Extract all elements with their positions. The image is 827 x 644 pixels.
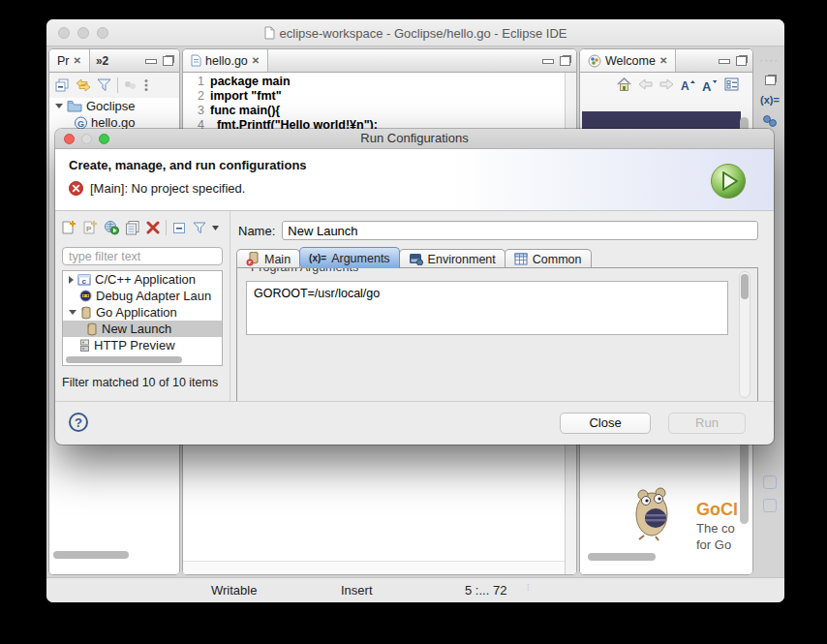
tab-hello-go[interactable]: hello.go ✕ [183,49,268,72]
close-button[interactable]: Close [560,413,651,434]
customize-page-icon[interactable] [724,77,739,91]
restore-view-icon[interactable] [755,76,784,84]
link-with-editor-icon[interactable] [76,78,91,92]
hidden-view-icon[interactable] [755,475,784,489]
tab-welcome-label: Welcome [605,54,656,68]
tab-environment[interactable]: Environment [399,249,505,268]
welcome-tabrow: Welcome ✕ [580,49,752,73]
decrease-font-icon[interactable]: A [702,78,718,91]
view-stack-overflow[interactable]: »2 [90,49,114,72]
variables-view-icon[interactable]: (x)= [755,94,784,106]
gopher-image [630,485,675,541]
breakpoints-view-icon[interactable] [755,115,784,127]
tree-item-debug-adapter[interactable]: Debug Adapter Laun [63,288,222,304]
status-cursor-position[interactable]: 5 :... 72 [465,583,506,598]
goclipse-desc-line2: for Go [696,537,731,552]
customize-view-icon[interactable] [124,79,138,91]
minimize-view-icon[interactable] [145,56,156,65]
filter-launch-icon[interactable] [193,222,206,234]
name-input[interactable] [282,221,758,240]
program-arguments-group-label: Program Arguments [251,268,358,275]
explorer-toolbar [49,73,179,98]
goclipse-heading[interactable]: GoCl [696,500,738,520]
new-prototype-icon[interactable]: P [82,220,98,235]
line-number: 2 [183,89,204,104]
minimize-view-icon[interactable] [719,56,729,65]
forward-icon[interactable] [659,78,674,90]
tab-label: Arguments [331,252,389,265]
run-button[interactable]: Run [668,413,746,434]
code-text: package main [210,75,291,89]
minimize-view-icon[interactable] [542,56,553,65]
go-launch-icon [80,306,92,320]
duplicate-configuration-icon[interactable] [125,220,140,235]
tab-common[interactable]: Common [505,249,592,268]
tab-label: Environment [428,253,496,266]
close-icon[interactable]: ✕ [74,55,81,66]
program-arguments-input[interactable]: GOROOT=/usr/local/go [246,281,728,335]
hidden-view-icon[interactable] [755,499,784,512]
toolbar-separator [166,220,167,235]
maximize-view-icon[interactable] [163,56,173,65]
content-vscrollbar-thumb[interactable] [741,274,749,299]
code-text: import "fmt" [210,89,282,104]
tree-item-project[interactable]: Goclipse [49,98,179,114]
tree-hscrollbar[interactable] [66,356,182,363]
common-tab-icon [514,253,528,265]
window-title-wrap: eclipse-workspace - Goclipse/hello.go - … [46,19,784,46]
content-vscrollbar[interactable] [739,271,750,398]
document-icon [264,26,275,40]
close-icon[interactable]: ✕ [252,55,260,66]
status-bar: Writable Insert 5 :... 72 ⁞ [46,577,784,602]
tab-hello-go-label: hello.go [205,54,248,68]
chevron-right-icon[interactable] [69,276,74,284]
tree-item-cpp-application[interactable]: c C/C++ Application [63,271,222,288]
delete-configuration-icon[interactable] [146,221,160,234]
new-configuration-icon[interactable] [61,220,77,235]
tree-item-http-preview[interactable]: HTTP Preview [63,337,222,353]
dropdown-arrow-icon[interactable] [212,226,219,230]
close-icon[interactable]: ✕ [659,55,667,66]
error-row: [Main]: No project specified. [69,181,245,196]
filter-input[interactable] [62,247,223,265]
debug-adapter-icon [79,290,92,302]
dialog-heading: Create, manage, and run configurations [69,158,307,172]
view-menu-icon[interactable] [143,78,149,92]
status-drag-handle: ⁞ [527,583,530,593]
tree-item-label: Debug Adapter Laun [96,289,211,303]
explorer-hscrollbar[interactable] [53,551,129,559]
filter-icon[interactable] [97,78,111,92]
home-icon[interactable] [617,77,631,91]
config-tabs: Main (x)= Arguments Environment Common [236,247,758,268]
tab-arguments[interactable]: (x)= Arguments [299,247,400,268]
export-configuration-icon[interactable] [104,220,119,235]
welcome-hscrollbar[interactable] [588,553,656,561]
tab-welcome[interactable]: Welcome ✕ [580,49,676,72]
tree-item-label: Go Application [96,305,177,320]
tab-project-explorer[interactable]: Pr ✕ [49,49,90,72]
arguments-tab-content: Program Arguments GOROOT=/usr/local/go R… [236,267,758,401]
collapse-all-icon[interactable] [55,78,70,93]
editor-hscrollbar[interactable] [183,561,565,574]
chevron-down-icon[interactable] [55,104,63,108]
help-icon[interactable]: ? [69,413,88,432]
go-launch-icon [86,322,98,336]
maximize-view-icon[interactable] [560,56,570,65]
increase-font-icon[interactable]: A [681,78,695,91]
svg-text:c: c [82,277,87,286]
tab-main[interactable]: Main [236,249,300,268]
goclipse-desc-line1: The co [696,521,735,536]
tree-item-go-application[interactable]: Go Application [63,304,222,321]
code-line: 1package main [183,75,576,89]
chevron-down-icon[interactable] [69,310,77,315]
welcome-icon [588,54,601,68]
editor-window-buttons [542,49,576,72]
c-application-icon: c [77,274,91,286]
window-titlebar: eclipse-workspace - Goclipse/hello.go - … [46,19,784,46]
go-file-icon: G [75,116,87,130]
file-name: hello.go [91,115,136,130]
collapse-all-icon[interactable] [172,221,187,235]
back-icon[interactable] [638,78,653,90]
tree-item-new-launch[interactable]: New Launch [63,321,222,337]
maximize-view-icon[interactable] [736,56,747,65]
